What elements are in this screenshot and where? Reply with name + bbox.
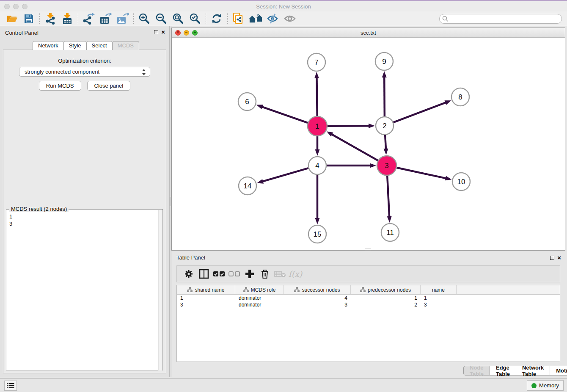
table-row[interactable]: 3dominator323 [177, 301, 560, 308]
column-header-MCDS-role[interactable]: MCDS role [235, 285, 284, 294]
optimization-criterion-select[interactable]: strongly connected component [19, 67, 150, 77]
network-graph[interactable]: 1234678910111415 [172, 38, 565, 250]
table-cell[interactable]: dominator [235, 295, 284, 301]
table-row[interactable]: 1dominator411 [177, 295, 560, 301]
node-label-10: 10 [457, 178, 465, 186]
add-icon[interactable] [242, 267, 257, 281]
table-panel-title: Table Panel [176, 254, 205, 261]
edge-2-8[interactable] [394, 102, 446, 122]
tab-mcds[interactable]: MCDS [112, 41, 139, 50]
table-cell[interactable]: dominator [235, 302, 284, 308]
column-header-shared-name[interactable]: shared name [177, 285, 235, 294]
control-panel-title: Control Panel [5, 30, 39, 36]
node-label-1: 1 [315, 122, 319, 130]
gear-icon[interactable] [181, 267, 196, 281]
tab-select[interactable]: Select [86, 41, 113, 50]
select-all-icon[interactable] [212, 267, 227, 281]
edge-1-7[interactable] [317, 77, 317, 116]
tab-network-table[interactable]: Network Table [516, 366, 550, 375]
node-label-2: 2 [383, 122, 386, 130]
column-header-successor-nodes[interactable]: successor nodes [284, 285, 351, 294]
edge-1-6[interactable] [261, 107, 308, 123]
show-panel-icon[interactable] [283, 12, 297, 25]
column-header-label: MCDS role [251, 287, 276, 293]
export-image-icon[interactable] [116, 12, 130, 25]
column-type-icon [294, 287, 300, 293]
mcds-result-scrollbar[interactable] [158, 210, 162, 370]
columns-icon[interactable] [196, 267, 212, 281]
table-cell[interactable]: 1 [351, 295, 421, 301]
edge-3-11[interactable] [387, 176, 389, 217]
column-header-name[interactable]: name [421, 285, 457, 294]
open-session-icon[interactable] [5, 12, 19, 25]
edge-2-3[interactable] [385, 135, 386, 149]
column-header-label: shared name [195, 287, 224, 293]
arrowhead-3-11 [387, 216, 392, 223]
window-title: Session: New Session [0, 3, 567, 10]
node-label-8: 8 [458, 93, 462, 101]
table-cell[interactable]: 3 [421, 302, 457, 308]
node-label-3: 3 [385, 162, 388, 170]
home-icon[interactable] [248, 12, 263, 25]
column-header-label: name [432, 287, 445, 293]
deselect-all-icon[interactable] [227, 267, 242, 281]
close-panel-icon[interactable]: × [161, 30, 165, 34]
arrowhead-1-4 [315, 149, 320, 156]
edge-2-9[interactable] [384, 77, 385, 116]
tab-edge-table[interactable]: Edge Table [490, 366, 516, 375]
canvas-resize-grip[interactable] [365, 248, 371, 250]
search-input[interactable] [439, 14, 562, 24]
arrowhead-2-3 [383, 149, 388, 155]
tab-network[interactable]: Network [33, 41, 64, 50]
function-builder-icon: f(x) [288, 267, 303, 281]
export-table-icon[interactable] [99, 12, 113, 25]
arrowhead-4-3 [370, 163, 376, 168]
import-table-icon[interactable] [60, 12, 74, 25]
table-cell[interactable]: 1 [177, 295, 235, 301]
zoom-out-icon[interactable] [154, 12, 168, 25]
control-panel: Control Panel × NetworkStyleSelectMCDS O… [0, 26, 169, 377]
arrowhead-2-8 [445, 100, 451, 105]
table-cell[interactable]: 4 [284, 295, 351, 301]
copy-network-icon[interactable] [231, 12, 245, 25]
edge-1-2[interactable] [328, 126, 369, 126]
close-panel-button[interactable]: Close panel [87, 81, 131, 91]
tab-node-table[interactable]: Node Table [463, 366, 490, 375]
table-cell[interactable]: 2 [351, 302, 421, 308]
node-table[interactable]: shared nameMCDS rolesuccessor nodesprede… [176, 285, 560, 362]
zoom-selected-icon[interactable] [188, 12, 202, 25]
float-panel-icon[interactable] [154, 30, 158, 34]
memory-button[interactable]: Memory [527, 380, 564, 391]
node-label-4: 4 [315, 162, 319, 170]
export-network-icon[interactable] [82, 12, 96, 25]
tab-style[interactable]: Style [63, 41, 87, 50]
refresh-icon[interactable] [209, 12, 224, 25]
edge-3-1[interactable] [331, 134, 378, 160]
import-network-icon[interactable] [43, 12, 58, 25]
search-icon [442, 16, 449, 22]
run-mcds-button[interactable]: Run MCDS [39, 81, 81, 91]
table-cell[interactable]: 1 [421, 295, 457, 301]
arrowhead-4-14 [257, 179, 264, 184]
network-canvas[interactable]: 1234678910111415 [172, 38, 565, 250]
control-panel-tabs: NetworkStyleSelectMCDS [33, 41, 139, 50]
node-label-15: 15 [314, 230, 322, 238]
hide-panel-icon[interactable] [266, 12, 280, 25]
close-table-panel-icon[interactable]: × [557, 256, 561, 260]
optimization-criterion-label: Optimization criterion: [3, 58, 166, 64]
column-header-predecessor-nodes[interactable]: predecessor nodes [351, 285, 421, 294]
table-cell[interactable]: 3 [284, 302, 351, 308]
edge-4-14[interactable] [262, 168, 308, 182]
task-history-button[interactable] [4, 381, 17, 391]
memory-label: Memory [539, 382, 559, 389]
save-session-icon[interactable] [22, 12, 36, 25]
mcds-result-title: MCDS result (2 nodes) [9, 206, 69, 212]
zoom-fit-icon[interactable] [171, 12, 185, 25]
tab-motifs[interactable]: Motifs [550, 366, 567, 375]
float-table-panel-icon[interactable] [550, 256, 554, 260]
network-window-titlebar[interactable]: × − + scc.txt [172, 28, 565, 38]
zoom-in-icon[interactable] [137, 12, 151, 25]
table-cell[interactable]: 3 [177, 302, 235, 308]
delete-icon[interactable] [257, 267, 272, 281]
edge-3-10[interactable] [396, 168, 446, 178]
